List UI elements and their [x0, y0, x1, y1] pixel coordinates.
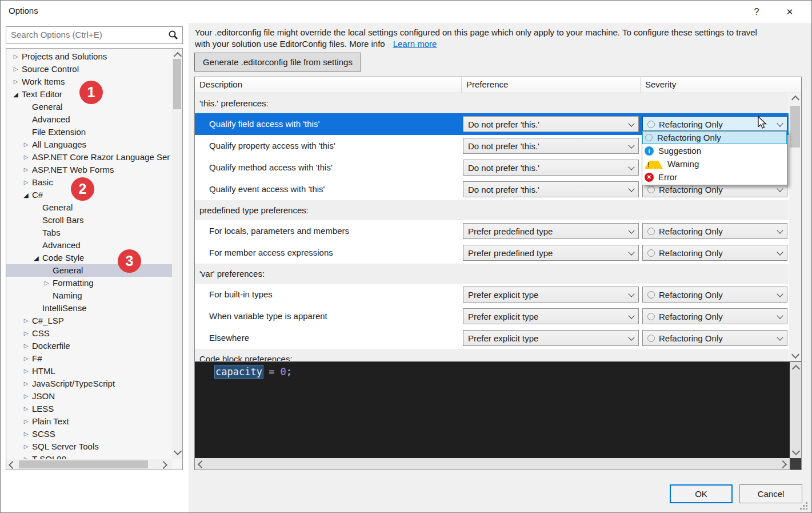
scrollbar-thumb[interactable] [173, 59, 181, 109]
column-header-preference[interactable]: Preference [462, 77, 641, 93]
table-row[interactable]: When variable type is apparentPrefer exp… [195, 305, 789, 327]
chevron-expanded-icon[interactable]: ◢ [21, 189, 31, 201]
tree-item-advanced[interactable]: Advanced [6, 239, 172, 252]
scroll-up-icon[interactable] [791, 96, 799, 104]
chevron-expanded-icon[interactable]: ◢ [31, 252, 41, 264]
tree-item-plain-text[interactable]: ▷Plain Text [6, 415, 172, 428]
table-row[interactable]: For built-in typesPrefer explicit typeRe… [195, 284, 789, 305]
help-icon[interactable]: ? [749, 5, 765, 19]
scrollbar-thumb[interactable] [790, 106, 800, 148]
severity-dropdown[interactable]: Refactoring Only [642, 245, 787, 261]
tree-item-t-sql90[interactable]: ▷T-SQL90 [6, 453, 172, 459]
chevron-collapsed-icon[interactable]: ▷ [21, 352, 31, 365]
tree-item-code-style[interactable]: ◢Code Style [6, 252, 172, 264]
dropdown-item[interactable]: Refactoring Only [642, 131, 787, 144]
tree-item-projects-and-solutions[interactable]: ▷Projects and Solutions [6, 50, 172, 63]
tree-item-naming[interactable]: Naming [6, 289, 172, 302]
chevron-collapsed-icon[interactable]: ▷ [21, 365, 31, 377]
tree-horizontal-scrollbar[interactable] [6, 459, 172, 470]
table-row[interactable]: For locals, parameters and membersPrefer… [195, 220, 789, 242]
tree-item-javascript-typescript[interactable]: ▷JavaScript/TypeScript [6, 377, 172, 390]
severity-dropdown[interactable]: Refactoring Only [642, 330, 787, 346]
column-header-severity[interactable]: Severity [641, 77, 801, 93]
tree-vertical-scrollbar[interactable] [172, 49, 182, 459]
tree-item-html[interactable]: ▷HTML [6, 365, 172, 377]
chevron-collapsed-icon[interactable]: ▷ [11, 75, 21, 88]
chevron-collapsed-icon[interactable]: ▷ [21, 390, 31, 403]
tree-item-sql-server-tools[interactable]: ▷SQL Server Tools [6, 440, 172, 453]
tree-item-general[interactable]: General [6, 264, 172, 277]
preference-dropdown[interactable]: Do not prefer 'this.' [463, 181, 639, 197]
severity-dropdown[interactable]: Refactoring Only [642, 287, 787, 303]
tree-item-c-lsp[interactable]: ▷C#_LSP [6, 315, 172, 327]
severity-dropdown[interactable]: Refactoring Only [642, 308, 787, 324]
tree-item-advanced[interactable]: Advanced [6, 113, 172, 126]
chevron-collapsed-icon[interactable]: ▷ [21, 377, 31, 390]
close-icon[interactable]: ✕ [782, 5, 798, 19]
ok-button[interactable]: OK [670, 484, 733, 503]
chevron-collapsed-icon[interactable]: ▷ [11, 63, 21, 75]
tree-item-tabs[interactable]: Tabs [6, 226, 172, 239]
tree-item-formatting[interactable]: ▷Formatting [6, 277, 172, 289]
table-row[interactable]: For member access expressionsPrefer pred… [195, 242, 789, 264]
scroll-down-icon[interactable] [792, 447, 800, 455]
chevron-collapsed-icon[interactable]: ▷ [21, 315, 31, 327]
chevron-collapsed-icon[interactable]: ▷ [21, 327, 31, 340]
chevron-collapsed-icon[interactable]: ▷ [21, 415, 31, 428]
dropdown-item[interactable]: !Warning [642, 157, 787, 170]
tree-item-scss[interactable]: ▷SCSS [6, 428, 172, 440]
tree-item-less[interactable]: ▷LESS [6, 403, 172, 415]
column-header-description[interactable]: Description [195, 77, 462, 93]
scrollbar-thumb[interactable] [19, 460, 148, 468]
tree-item-f-[interactable]: ▷F# [6, 352, 172, 365]
tree-item-file-extension[interactable]: File Extension [6, 126, 172, 138]
chevron-collapsed-icon[interactable]: ▷ [21, 176, 31, 189]
tree-item-asp-net-core-razor-language-ser[interactable]: ▷ASP.NET Core Razor Language Ser [6, 151, 172, 164]
severity-dropdown[interactable]: Refactoring Only [642, 223, 787, 239]
tree-item-dockerfile[interactable]: ▷Dockerfile [6, 340, 172, 352]
scroll-up-icon[interactable] [792, 365, 800, 373]
chevron-expanded-icon[interactable]: ◢ [11, 88, 21, 101]
chevron-collapsed-icon[interactable]: ▷ [21, 440, 31, 453]
tree-item-json[interactable]: ▷JSON [6, 390, 172, 403]
preference-dropdown[interactable]: Do not prefer 'this.' [463, 160, 639, 176]
tree-item-css[interactable]: ▷CSS [6, 327, 172, 340]
table-row[interactable]: ElsewherePrefer explicit typeRefactoring… [195, 327, 789, 349]
chevron-collapsed-icon[interactable]: ▷ [21, 340, 31, 352]
resize-grip-icon[interactable] [800, 502, 807, 510]
preview-vertical-scrollbar[interactable] [790, 362, 801, 458]
tree-item-source-control[interactable]: ▷Source Control [6, 63, 172, 75]
tree-item-all-languages[interactable]: ▷All Languages [6, 138, 172, 151]
chevron-collapsed-icon[interactable]: ▷ [21, 151, 31, 164]
preference-dropdown[interactable]: Prefer explicit type [463, 308, 639, 324]
chevron-collapsed-icon[interactable]: ▷ [21, 453, 31, 459]
preference-dropdown[interactable]: Prefer explicit type [463, 330, 639, 346]
preview-horizontal-scrollbar[interactable] [195, 458, 790, 470]
scroll-left-icon[interactable] [198, 460, 206, 468]
chevron-collapsed-icon[interactable]: ▷ [42, 277, 51, 289]
tree-item-asp-net-web-forms[interactable]: ▷ASP.NET Web Forms [6, 164, 172, 176]
scroll-right-icon[interactable] [159, 461, 167, 469]
chevron-collapsed-icon[interactable]: ▷ [21, 403, 31, 415]
preference-dropdown[interactable]: Do not prefer 'this.' [463, 116, 639, 132]
tree-item-intellisense[interactable]: IntelliSense [6, 302, 172, 315]
tree-item-general[interactable]: General [6, 201, 172, 214]
search-icon[interactable] [168, 30, 178, 40]
scroll-down-icon[interactable] [174, 447, 182, 455]
dropdown-item[interactable]: ✕Error [642, 170, 787, 184]
preference-dropdown[interactable]: Prefer predefined type [463, 223, 639, 239]
generate-editorconfig-button[interactable]: Generate .editorconfig file from setting… [194, 53, 361, 71]
chevron-collapsed-icon[interactable]: ▷ [21, 428, 31, 440]
table-vertical-scrollbar[interactable] [789, 93, 801, 361]
learn-more-link[interactable]: Learn more [393, 39, 437, 49]
scroll-right-icon[interactable] [779, 460, 787, 468]
cancel-button[interactable]: Cancel [739, 484, 802, 503]
dropdown-item[interactable]: iSuggestion [642, 144, 787, 157]
chevron-collapsed-icon[interactable]: ▷ [11, 50, 21, 63]
preference-dropdown[interactable]: Prefer predefined type [463, 245, 639, 261]
chevron-collapsed-icon[interactable]: ▷ [21, 138, 31, 151]
tree-item-scroll-bars[interactable]: Scroll Bars [6, 214, 172, 226]
search-input[interactable]: Search Options (Ctrl+E) [6, 26, 183, 44]
scroll-left-icon[interactable] [9, 461, 17, 469]
chevron-collapsed-icon[interactable]: ▷ [21, 164, 31, 176]
